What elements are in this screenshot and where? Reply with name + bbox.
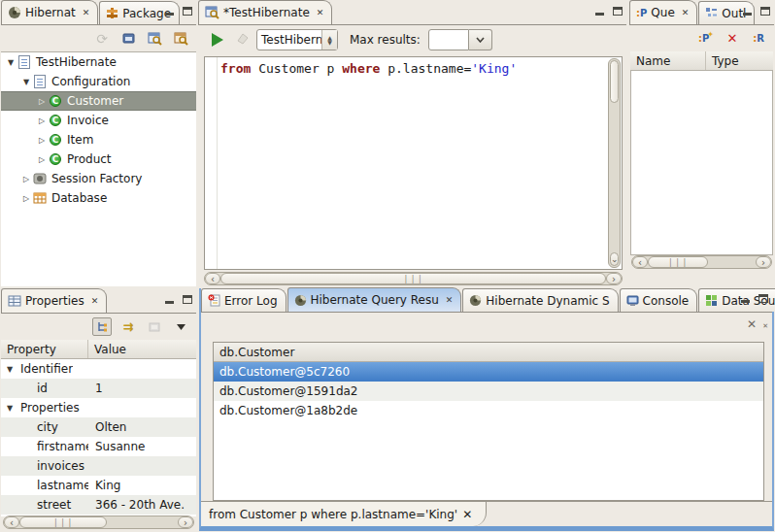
tree-item-product[interactable]: ▷ C Product	[1, 150, 196, 169]
tab-hibernate-dynamic-sql[interactable]: Hibernate Dynamic S	[462, 288, 618, 312]
scroll-left-icon[interactable]: ‹	[632, 256, 648, 268]
expanded-arrow-icon[interactable]: ▼	[5, 58, 17, 67]
expanded-arrow-icon[interactable]: ▼	[7, 365, 13, 374]
result-row[interactable]: db.Customer@5c7260	[214, 362, 763, 382]
collapsed-arrow-icon[interactable]: ▷	[36, 155, 48, 164]
result-row[interactable]: db.Customer@1591da2	[214, 382, 763, 401]
expanded-arrow-icon[interactable]: ▼	[20, 78, 32, 86]
maximize-icon[interactable]	[757, 292, 769, 304]
tree-item-item[interactable]: ▷ C Item	[1, 130, 196, 150]
clear-editor-icon[interactable]	[235, 33, 249, 48]
tree-item-label: Database	[51, 191, 107, 205]
maximize-icon[interactable]	[181, 293, 193, 305]
expanded-arrow-icon[interactable]: ▼	[7, 404, 13, 413]
properties-horizontal-scrollbar[interactable]: ‹ | | | ›	[3, 515, 194, 529]
minimize-icon[interactable]	[741, 5, 754, 17]
remove-parameter-icon[interactable]: ✕	[723, 29, 742, 48]
hql-code-area[interactable]: from Customer p where p.lastname='King' …	[204, 56, 623, 270]
max-results-input[interactable]	[428, 29, 469, 50]
collapsed-arrow-icon[interactable]: ▷	[20, 194, 32, 203]
minimize-icon[interactable]	[593, 5, 606, 17]
tree-item-session-factory[interactable]: ▷ Session Factory	[1, 169, 196, 188]
property-row-street[interactable]: street 366 - 20th Ave.	[1, 495, 196, 515]
maximize-icon[interactable]	[181, 5, 193, 17]
minimize-icon[interactable]	[739, 292, 752, 304]
parameters-table-body[interactable]	[630, 71, 773, 255]
close-icon[interactable]: ✕	[83, 9, 90, 17]
tab-properties[interactable]: Properties ✕	[1, 288, 107, 313]
column-type[interactable]: Type	[706, 51, 773, 70]
property-row-id[interactable]: id 1	[1, 379, 196, 398]
scroll-right-icon[interactable]: ›	[606, 273, 622, 284]
column-name[interactable]: Name	[630, 51, 706, 70]
console-configuration-combo[interactable]: TestHiberna ▲▼	[256, 29, 338, 50]
property-category-properties[interactable]: ▼ Properties	[1, 398, 196, 417]
parameters-horizontal-scrollbar[interactable]: ‹ | | | ›	[631, 255, 772, 269]
close-icon[interactable]: ✕	[682, 9, 690, 17]
property-row-city[interactable]: city Olten	[1, 417, 196, 437]
show-advanced-properties-icon[interactable]: ⇉	[118, 317, 138, 336]
scroll-right-icon[interactable]: ›	[178, 516, 193, 528]
column-value[interactable]: Value	[88, 340, 196, 358]
scroll-left-icon[interactable]: ‹	[4, 516, 19, 528]
tree-item-configuration[interactable]: ▼ Configuration	[1, 72, 196, 91]
open-criteria-editor-icon[interactable]	[171, 29, 190, 48]
show-categories-icon[interactable]	[92, 317, 112, 336]
close-query-page-icon[interactable]: ✕	[747, 317, 757, 331]
tab-console[interactable]: Console	[620, 288, 698, 312]
restore-default-icon[interactable]	[145, 317, 164, 336]
tab-label: Properties	[25, 294, 84, 308]
maximize-icon[interactable]	[758, 5, 771, 17]
spinner-icon[interactable]: ▲▼	[321, 30, 337, 50]
tab-hibernate-configurations[interactable]: Hibernat ✕	[1, 0, 98, 24]
refresh-icon[interactable]: ⟳	[92, 29, 112, 48]
scrollbar-thumb[interactable]: | | |	[19, 516, 107, 528]
property-category-identifier[interactable]: ▼ Identifier	[1, 359, 196, 379]
property-row-firstname[interactable]: firstname Susanne	[1, 437, 196, 456]
view-menu-icon[interactable]	[171, 317, 190, 336]
minimize-icon[interactable]	[163, 293, 176, 305]
tab-error-log[interactable]: Error Log	[201, 288, 286, 312]
results-column-header[interactable]: db.Customer	[214, 343, 763, 362]
tree-item-testhibernate[interactable]: ▼ TestHibernate	[1, 52, 196, 72]
editor-horizontal-scrollbar[interactable]: ‹ | | | ›	[204, 272, 623, 285]
tab-testhibernate-editor[interactable]: *TestHibernate ✕	[198, 0, 332, 24]
scroll-down-icon[interactable]: ⌄	[610, 252, 619, 266]
scrollbar-thumb[interactable]	[610, 60, 619, 103]
property-row-invoices[interactable]: invoices	[1, 456, 196, 476]
scroll-left-icon[interactable]: ‹	[205, 273, 220, 284]
scrollbar-thumb[interactable]: | | |	[220, 273, 606, 284]
configuration-file-icon	[17, 55, 32, 69]
tab-hibernate-query-results[interactable]: Hibernate Query Resu ✕	[287, 287, 462, 312]
collapsed-arrow-icon[interactable]: ▷	[36, 136, 48, 145]
tree-item-customer[interactable]: ▷ C Customer	[1, 91, 196, 111]
new-parameter-icon[interactable]: :P✦	[696, 29, 716, 48]
scrollbar-thumb[interactable]: | | |	[648, 256, 708, 268]
hibernate-icon	[8, 6, 21, 19]
tree-item-database[interactable]: ▷ Database	[1, 188, 196, 208]
property-row-lastname[interactable]: lastname King	[1, 476, 196, 495]
tree-item-invoice[interactable]: ▷ C Invoice	[1, 111, 196, 130]
collapsed-arrow-icon[interactable]: ▷	[36, 97, 48, 106]
minimize-icon[interactable]	[163, 5, 176, 17]
query-page-tab[interactable]: from Customer p where p.lastname='King' …	[201, 502, 487, 526]
tree-item-label: Customer	[67, 94, 123, 108]
toggle-parameters-icon[interactable]: :R	[749, 29, 768, 48]
editor-vertical-scrollbar[interactable]: ⌄	[608, 58, 621, 268]
run-hql-icon[interactable]	[212, 33, 223, 47]
collapsed-arrow-icon[interactable]: ▷	[36, 116, 48, 125]
result-row[interactable]: db.Customer@1a8b2de	[214, 401, 763, 420]
tree-item-label: Item	[67, 133, 93, 147]
add-configuration-icon[interactable]	[118, 29, 138, 48]
scroll-right-icon[interactable]: ›	[756, 256, 771, 268]
maximize-icon[interactable]	[611, 5, 623, 17]
close-icon[interactable]: ✕	[446, 296, 454, 305]
tab-query-parameters[interactable]: :P Que ✕	[629, 0, 697, 24]
close-icon[interactable]: ✕	[91, 297, 99, 306]
close-icon[interactable]: ✕	[317, 9, 324, 17]
dropdown-arrow-icon[interactable]	[469, 29, 492, 50]
column-property[interactable]: Property	[1, 340, 88, 358]
open-hql-editor-icon[interactable]	[145, 29, 164, 48]
close-icon[interactable]: ✕	[462, 508, 472, 521]
collapsed-arrow-icon[interactable]: ▷	[20, 175, 32, 183]
